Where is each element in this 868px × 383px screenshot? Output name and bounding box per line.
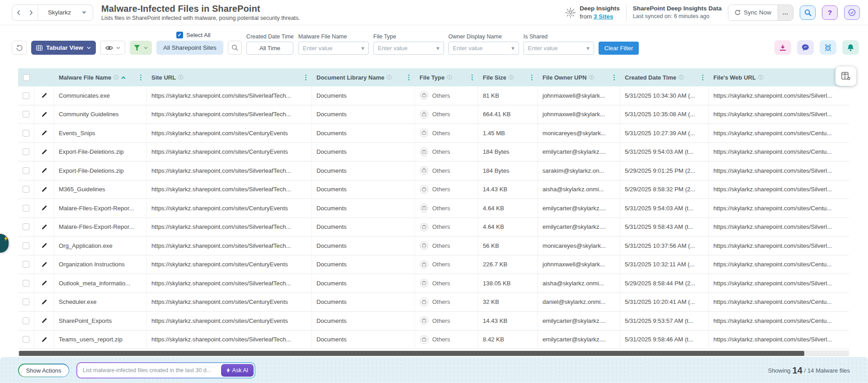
row-edit-button[interactable] bbox=[34, 236, 54, 255]
created-date-time-filter[interactable]: All Time bbox=[246, 42, 293, 55]
info-icon[interactable]: ⓘ bbox=[589, 74, 594, 81]
filter-label: Is Shared bbox=[524, 33, 594, 40]
row-edit-button[interactable] bbox=[34, 180, 54, 199]
column-menu-icon[interactable]: ⋮ bbox=[137, 73, 145, 81]
row-checkbox[interactable] bbox=[23, 111, 29, 118]
dropdown-arrow-icon: ▾ bbox=[361, 45, 364, 52]
app-header: Skylarkz Malware-Infected Files in Share… bbox=[0, 0, 868, 25]
column-header-file-size[interactable]: File Sizeⓘ⋮ bbox=[478, 68, 538, 86]
column-settings-button[interactable] bbox=[835, 66, 856, 86]
row-checkbox[interactable] bbox=[23, 148, 29, 155]
row-edit-button[interactable] bbox=[34, 124, 54, 142]
column-menu-icon[interactable]: ⋮ bbox=[528, 73, 536, 81]
showing-count: 14 bbox=[793, 365, 802, 376]
file-type-label: Others bbox=[432, 298, 450, 305]
sites-count-link[interactable]: 3 Sites bbox=[594, 13, 613, 20]
clear-filter-button[interactable]: Clear Filter bbox=[599, 42, 639, 55]
info-icon[interactable]: ⓘ bbox=[679, 74, 684, 81]
column-menu-icon[interactable]: ⋮ bbox=[610, 73, 618, 81]
cell-site-url: https://skylarkz.sharepoint.com/sites/Si… bbox=[147, 86, 312, 105]
malware-file-name-filter[interactable]: Enter value ▾ bbox=[298, 42, 369, 55]
info-icon[interactable]: ⓘ bbox=[758, 74, 764, 81]
info-icon[interactable]: ⓘ bbox=[447, 74, 452, 81]
row-checkbox[interactable] bbox=[23, 261, 29, 268]
tasks-status-button[interactable] bbox=[844, 5, 860, 20]
sync-now-button[interactable]: Sync Now bbox=[728, 5, 778, 20]
row-checkbox[interactable] bbox=[23, 167, 29, 174]
row-checkbox[interactable] bbox=[23, 280, 29, 287]
export-download-button[interactable] bbox=[774, 40, 791, 55]
filter-file-type: File Type Enter value ▾ bbox=[373, 33, 444, 55]
row-checkbox[interactable] bbox=[23, 317, 29, 324]
notifications-button[interactable] bbox=[842, 40, 859, 55]
sync-now-label: Sync Now bbox=[744, 9, 771, 16]
table-search-button[interactable] bbox=[228, 41, 242, 55]
column-visibility-button[interactable] bbox=[100, 41, 125, 55]
cell-file-web-url: https://skylarkz.sharepoint.com/sites/Ce… bbox=[709, 124, 849, 142]
row-edit-button[interactable] bbox=[34, 105, 54, 124]
column-menu-icon[interactable]: ⋮ bbox=[468, 73, 476, 81]
scrollbar-thumb[interactable] bbox=[19, 351, 804, 356]
ask-ai-input[interactable] bbox=[77, 367, 220, 374]
global-search-button[interactable] bbox=[800, 5, 816, 20]
column-header-site-url[interactable]: Site URLⓘ⋮ bbox=[147, 68, 312, 86]
row-edit-button[interactable] bbox=[34, 161, 54, 180]
row-edit-button[interactable] bbox=[34, 312, 54, 330]
column-header-file-s-web-url[interactable]: File's Web URLⓘ⋮ bbox=[709, 68, 849, 86]
row-checkbox[interactable] bbox=[23, 186, 29, 193]
refresh-button[interactable] bbox=[12, 41, 27, 55]
row-checkbox[interactable] bbox=[23, 223, 29, 230]
row-edit-button[interactable] bbox=[34, 199, 54, 218]
header-select-checkbox[interactable] bbox=[23, 74, 30, 81]
file-type-filter[interactable]: Enter value ▾ bbox=[373, 42, 444, 55]
chevron-right-icon bbox=[29, 10, 33, 15]
column-menu-icon[interactable]: ⋮ bbox=[405, 73, 413, 81]
table-body: Communicates.exe https://skylarkz.sharep… bbox=[18, 86, 849, 349]
tabular-view-button[interactable]: Tabular View bbox=[31, 41, 96, 55]
column-header-file-type[interactable]: File Typeⓘ⋮ bbox=[415, 68, 478, 86]
cell-file-size: 14.43 KB bbox=[478, 312, 538, 330]
info-icon[interactable]: ⓘ bbox=[113, 74, 119, 81]
sort-asc-icon[interactable] bbox=[121, 76, 126, 79]
row-edit-button[interactable] bbox=[34, 331, 54, 349]
is-shared-filter[interactable]: Enter value ▾ bbox=[524, 42, 594, 55]
column-header-created-date-time[interactable]: Created Date Timeⓘ⋮ bbox=[620, 68, 709, 86]
org-selector[interactable]: Skylarkz bbox=[38, 9, 93, 16]
nav-back-button[interactable] bbox=[12, 5, 25, 20]
all-sharepoint-sites-pill[interactable]: All Sharepoint Sites bbox=[156, 41, 223, 55]
file-type-label: Others bbox=[432, 336, 450, 343]
column-menu-icon[interactable]: ⋮ bbox=[698, 73, 707, 81]
alerts-schedule-button[interactable] bbox=[820, 40, 836, 55]
row-edit-button[interactable] bbox=[34, 255, 54, 274]
file-type-icon bbox=[420, 279, 429, 288]
row-edit-button[interactable] bbox=[34, 274, 54, 293]
column-header-document-library-name[interactable]: Document Library Nameⓘ⋮ bbox=[312, 68, 415, 86]
column-header-file-owner-upn[interactable]: File Owner UPNⓘ⋮ bbox=[538, 68, 620, 86]
info-icon[interactable]: ⓘ bbox=[387, 74, 392, 81]
nav-forward-button[interactable] bbox=[25, 5, 38, 20]
more-options-button[interactable]: … bbox=[778, 5, 793, 20]
filter-button[interactable] bbox=[130, 41, 152, 55]
column-menu-icon[interactable]: ⋮ bbox=[302, 73, 310, 81]
row-checkbox[interactable] bbox=[23, 130, 29, 137]
row-checkbox[interactable] bbox=[23, 92, 29, 99]
row-checkbox[interactable] bbox=[23, 205, 29, 212]
row-checkbox[interactable] bbox=[23, 336, 29, 343]
row-checkbox[interactable] bbox=[23, 298, 29, 305]
row-edit-button[interactable] bbox=[34, 86, 54, 105]
help-button[interactable]: ? bbox=[822, 5, 838, 20]
cell-file-web-url: https://skylarkz.sharepoint.com/sites/Ce… bbox=[709, 312, 849, 330]
row-edit-button[interactable] bbox=[34, 143, 54, 161]
ask-ai-button[interactable]: Ask AI bbox=[221, 364, 254, 377]
info-icon[interactable]: ⓘ bbox=[509, 74, 514, 81]
row-edit-button[interactable] bbox=[34, 293, 54, 312]
info-icon[interactable]: ⓘ bbox=[178, 74, 184, 81]
show-actions-button[interactable]: Show Actions bbox=[18, 364, 69, 377]
feedback-chat-button[interactable] bbox=[797, 40, 814, 55]
row-edit-button[interactable] bbox=[34, 218, 54, 236]
column-header-malware-file-name[interactable]: Malware File Nameⓘ⋮ bbox=[54, 68, 147, 86]
owner-display-name-filter[interactable]: Enter value ▾ bbox=[448, 42, 519, 55]
select-all-checkbox[interactable] bbox=[176, 32, 183, 38]
row-checkbox[interactable] bbox=[23, 242, 29, 249]
select-all-control[interactable]: Select All bbox=[176, 32, 223, 38]
